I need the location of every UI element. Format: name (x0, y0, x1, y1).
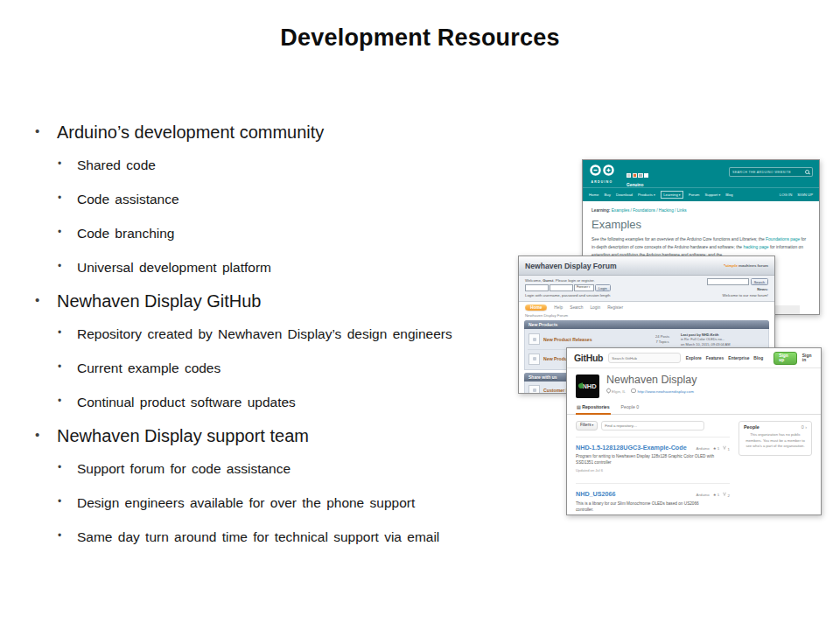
github-logo[interactable]: GitHub (574, 353, 603, 363)
org-location: Elgin, IL (606, 388, 626, 394)
fork-stat[interactable]: 1 (723, 445, 730, 452)
nav-item-buy[interactable]: Buy (604, 192, 610, 197)
nav-item-blog[interactable]: Blog (725, 192, 733, 197)
signin-link[interactable]: Sign in (802, 354, 814, 362)
session-note: Login with username, password and sessio… (525, 293, 611, 298)
repo-link[interactable]: NHD_US2066 (576, 490, 696, 498)
username-field[interactable] (525, 284, 549, 291)
star-stat[interactable]: ★ 1 (713, 446, 720, 451)
login-button[interactable]: Login (595, 284, 611, 291)
board-link[interactable]: New Product Releases (543, 337, 644, 342)
outline-item: Newhaven Display support team Support fo… (30, 426, 533, 548)
find-repository-input[interactable] (601, 421, 704, 430)
signup-button[interactable]: Sign up (774, 352, 797, 365)
repo-toolbar: Filters (576, 421, 730, 430)
link-icon (631, 388, 636, 393)
forum-search-input[interactable] (707, 278, 749, 285)
arduino-search-box[interactable]: Search the Arduino Website (729, 167, 813, 177)
menu-register[interactable]: Register (607, 305, 623, 310)
breadcrumb-label: Learning: (592, 208, 610, 213)
outline-item-label: Arduino’s development community (57, 122, 324, 142)
fork-icon (723, 445, 726, 451)
repo-item: NHD-1.5-128128UGC3-Example-Code Arduino … (576, 437, 730, 479)
forum-search-button[interactable]: Search (751, 278, 768, 285)
star-stat[interactable]: ★ 1 (713, 493, 720, 497)
password-field[interactable] (550, 284, 573, 291)
location-icon (606, 388, 611, 393)
arduino-logo[interactable]: ARDUINO (589, 164, 617, 184)
menu-search[interactable]: Search (570, 305, 583, 310)
forum-title: Newhaven Display Forum (525, 262, 617, 270)
genuino-logo-text: Genuino (626, 183, 649, 187)
forum-login-area: Welcome, Guest. Please login or register… (525, 278, 611, 299)
breadcrumb-links[interactable]: Examples / Foundations / Hacking / Links (612, 208, 687, 213)
outline-subitem: Current example codes (57, 358, 497, 379)
signup-link[interactable]: SIGN UP (797, 192, 813, 197)
breadcrumb: Learning: Examples / Foundations / Hacki… (592, 208, 810, 213)
tab-people[interactable]: People 0 (620, 402, 640, 414)
fork-count: 1 (728, 446, 730, 451)
genuino-logo: Genuino (626, 165, 649, 187)
search-icon (805, 170, 809, 174)
filters-dropdown[interactable]: Filters (576, 421, 598, 430)
people-panel-count[interactable]: 0 › (802, 424, 807, 430)
category-bar-new-products[interactable]: New Products (524, 320, 769, 329)
nav-item-learning[interactable]: Learning (661, 191, 683, 199)
last-post-topic[interactable]: in Re: Full Color OLEDs no... (681, 337, 724, 341)
people-panel: People 0 › This organization has no publ… (738, 421, 812, 457)
nav-item-forum[interactable]: Forum (689, 192, 699, 197)
tab-repositories[interactable]: ▤ Repositories (576, 402, 611, 415)
outline-list: Arduino’s development community Shared c… (30, 122, 533, 561)
url-text[interactable]: http://www.newhavendisplay.com (637, 389, 693, 394)
org-name: Newhaven Display (606, 374, 697, 387)
nav-features[interactable]: Features (706, 356, 724, 360)
arduino-search-placeholder: Search the Arduino Website (732, 171, 791, 174)
forum-header: Newhaven Display Forum *simple machines … (519, 256, 774, 276)
location-text: Elgin, IL (612, 389, 626, 394)
welcome-line: Welcome, Guest. Please login or register… (525, 278, 611, 283)
hacking-link[interactable]: hacking page (743, 245, 768, 249)
github-header: GitHub Explore Features Enterprise Blog … (567, 348, 821, 368)
genuino-flag-icons (626, 165, 649, 180)
board-icon (528, 354, 540, 365)
arduino-logo-text: ARDUINO (589, 180, 615, 184)
arduino-navbar: Home Buy Download Products Learning Foru… (583, 187, 819, 201)
people-panel-body: This organization has no public members.… (739, 430, 811, 455)
page-title: Development Resources (0, 24, 840, 52)
foundations-link[interactable]: Foundations page (766, 237, 800, 242)
nav-blog[interactable]: Blog (753, 356, 763, 360)
org-meta: Elgin, IL http://www.newhavendisplay.com (606, 388, 697, 394)
outline-subitem: Continual product software updates (57, 392, 497, 413)
outline-subitem: Repository created by Newhaven Display’s… (57, 324, 497, 345)
outline-sublist: Repository created by Newhaven Display’s… (57, 324, 533, 413)
menu-home[interactable]: Home (525, 304, 547, 311)
org-website[interactable]: http://www.newhavendisplay.com (631, 388, 694, 394)
outline-sublist: Support forum for code assistance Design… (57, 458, 533, 548)
arduino-header: ARDUINO Genuino Search the Arduino Websi… (583, 160, 819, 187)
smf-logo-rest: machines forum (738, 263, 768, 268)
outline-sublist: Shared code Code assistance Code branchi… (57, 155, 533, 278)
github-search-input[interactable] (608, 353, 681, 363)
nav-item-home[interactable]: Home (589, 192, 598, 197)
last-post-by: Last post by NHD-Keith (681, 332, 718, 337)
nav-enterprise[interactable]: Enterprise (728, 356, 749, 360)
welcome-text: Welcome, (525, 278, 542, 283)
repo-description: Program for writing to Newhaven Display … (576, 453, 718, 466)
smf-logo: *simple machines forum (724, 263, 768, 268)
fork-count: 2 (728, 494, 730, 498)
nav-item-support[interactable]: Support (704, 192, 720, 197)
nav-explore[interactable]: Explore (686, 356, 702, 360)
tab-repositories-label: Repositories (582, 404, 609, 410)
session-length-select[interactable]: Forever (574, 284, 594, 291)
tab-people-label: People (621, 404, 635, 410)
forum-breadcrumb[interactable]: Newhaven Display Forum (519, 312, 774, 320)
fork-stat[interactable]: 2 (723, 492, 730, 498)
nav-item-download[interactable]: Download (616, 192, 633, 197)
repo-link[interactable]: NHD-1.5-128128UGC3-Example-Code (576, 444, 696, 452)
nav-item-products[interactable]: Products (638, 192, 655, 197)
outline-subitem: Design engineers available for over the … (57, 493, 497, 514)
menu-help[interactable]: Help (554, 305, 563, 310)
login-link[interactable]: LOG IN (780, 192, 793, 197)
github-nav: Explore Features Enterprise Blog (686, 356, 763, 360)
menu-login[interactable]: Login (590, 305, 600, 310)
